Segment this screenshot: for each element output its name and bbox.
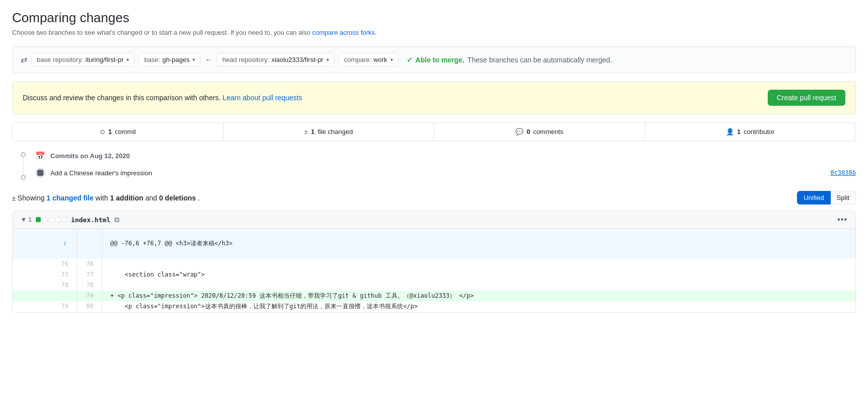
hunk-header-text: @@ -76,6 +76,7 @@ <h3>读者来稿</h3> (102, 229, 855, 259)
compare-forks-link[interactable]: compare across forks (312, 29, 375, 36)
stat-contributors: 👤 1 contributor (645, 123, 856, 141)
unchanged-block-icon-4 (62, 217, 67, 222)
diff-table: ↕ @@ -76,6 +76,7 @@ <h3>读者来稿</h3> 76 76 … (13, 229, 855, 312)
compare-branch-chevron-icon: ▾ (390, 57, 393, 62)
calendar-icon: 📅 (35, 151, 45, 161)
file-diff-header-left: ▼ 1 index.html ⧉ (21, 216, 119, 224)
page-subtitle: Choose two branches to see what's change… (12, 29, 856, 36)
branch-selector-bar: ⇄ base repository: ituring/first-pr ▾ ba… (12, 46, 856, 73)
expand-lines-button[interactable]: ↕ (13, 229, 77, 259)
arrow-left-icon: ← (205, 55, 213, 64)
collapse-file-button[interactable]: ▼ 1 (21, 216, 32, 223)
base-branch-selector[interactable]: base: gh-pages ▾ (139, 53, 201, 66)
stat-commits: ⊙ 1 commit (13, 123, 224, 141)
info-box-text: Discuss and review the changes in this c… (23, 94, 302, 102)
changed-files-summary: ± Showing 1 changed file with 1 addition… (12, 194, 200, 202)
head-repo-selector[interactable]: head repository: xiaolu2333/first-pr ▾ (217, 53, 335, 66)
stat-files: ± 1 file changed (224, 123, 435, 141)
file-changed-icon: ± (304, 128, 308, 136)
table-row: 78 78 (13, 280, 855, 291)
compare-icon: ⇄ (21, 55, 27, 64)
commit-sha-link[interactable]: 0c3038b (830, 169, 856, 176)
page-title: Comparing changes (12, 10, 856, 26)
file-diff: ▼ 1 index.html ⧉ ••• ↕ (12, 211, 856, 313)
compare-branch-selector[interactable]: compare: work ▾ (339, 53, 398, 66)
split-view-button[interactable]: Split (831, 191, 856, 205)
svg-rect-0 (37, 170, 43, 176)
create-pull-request-button[interactable]: Create pull request (768, 90, 845, 106)
file-more-options-button[interactable]: ••• (837, 215, 847, 224)
unchanged-block-icon-3 (55, 217, 60, 222)
table-row: 79 80 <p class="impression">这本书真的很棒，让我了解… (13, 301, 855, 312)
contributor-icon: 👤 (726, 128, 734, 136)
commits-date-label: 📅 Commits on Aug 12, 2020 (35, 151, 856, 161)
stat-comments: 💬 0 comments (434, 123, 645, 141)
file-name-label: index.html (71, 216, 110, 224)
added-block-icon (36, 217, 41, 222)
avatar (35, 168, 45, 178)
unchanged-block-icon-2 (49, 217, 54, 222)
changed-files-header: ± Showing 1 changed file with 1 addition… (12, 191, 856, 205)
base-branch-chevron-icon: ▾ (192, 57, 195, 62)
table-row: 79 + <p class="impression"> 2020/8/12/20… (13, 291, 855, 301)
able-to-merge-label: Able to merge. (416, 56, 464, 64)
changed-file-link[interactable]: 1 changed file (46, 194, 93, 202)
table-row: 77 77 <section class="wrap"> (13, 269, 855, 280)
diff-hunk-header: ↕ @@ -76,6 +76,7 @@ <h3>读者来稿</h3> (13, 229, 855, 259)
learn-pr-link[interactable]: Learn about pull requests (223, 94, 302, 102)
unified-view-button[interactable]: Unified (797, 191, 830, 205)
copy-filename-button[interactable]: ⧉ (114, 216, 119, 224)
commit-item: Add a Chinese reader's impression 0c3038… (35, 165, 856, 181)
info-box: Discuss and review the changes in this c… (12, 81, 856, 114)
base-repo-selector[interactable]: base repository: ituring/first-pr ▾ (31, 53, 135, 66)
file-diff-header: ▼ 1 index.html ⧉ ••• (13, 211, 855, 229)
unchanged-block-icon (42, 217, 47, 222)
commit-icon: ⊙ (100, 128, 105, 136)
change-indicator (36, 217, 67, 222)
check-icon: ✓ (407, 56, 413, 64)
comment-icon: 💬 (515, 128, 523, 136)
commits-section: 📅 Commits on Aug 12, 2020 Add a Chinese … (12, 151, 856, 181)
stats-bar: ⊙ 1 commit ± 1 file changed 💬 0 comments… (12, 122, 856, 141)
merge-status: ✓ Able to merge. These branches can be a… (407, 56, 612, 64)
table-row: 76 76 (13, 259, 855, 269)
base-repo-chevron-icon: ▾ (126, 57, 129, 62)
view-toggle: Unified Split (797, 191, 856, 205)
head-repo-chevron-icon: ▾ (326, 57, 329, 62)
